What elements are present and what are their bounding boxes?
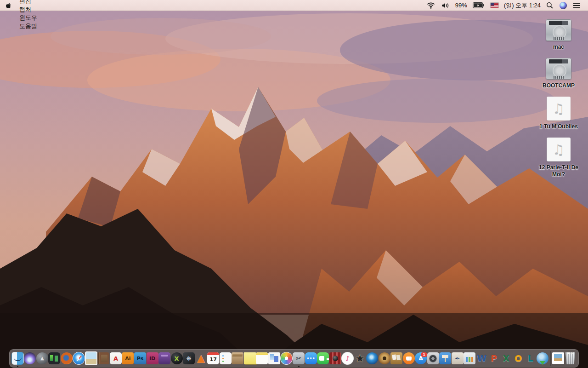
menu-item-3[interactable]: 캡처 <box>15 6 49 14</box>
dock-icon-reminders[interactable] <box>219 349 232 368</box>
photoshop-icon: Ps <box>134 352 146 364</box>
powerpoint-icon: P <box>488 352 500 364</box>
indesign-icon: ID <box>147 352 158 364</box>
dock-icon-grab-screen-capture[interactable]: ✂ <box>293 349 305 368</box>
trash-icon <box>565 352 577 364</box>
volume-icon[interactable] <box>438 0 453 11</box>
dock-icon-system-preferences[interactable] <box>427 349 439 368</box>
dock-icon-scrapbook-app[interactable] <box>390 349 403 368</box>
dock-icon-app-store[interactable]: A1 <box>415 349 427 368</box>
dock-icon-pages[interactable]: ✒ <box>451 349 464 368</box>
preview-icon <box>85 351 97 365</box>
download-globe-icon <box>537 352 548 364</box>
dock-icon-illustrator[interactable]: Ai <box>122 349 134 368</box>
excel-icon: X <box>500 352 512 364</box>
dock-icon-finder[interactable] <box>11 349 24 368</box>
dock-icon-device-manager[interactable] <box>48 349 61 368</box>
dock-icon-facetime[interactable] <box>317 349 329 368</box>
contacts-icon <box>97 352 109 364</box>
dock-icon-garageband[interactable] <box>378 349 390 368</box>
desktop-icon-mac[interactable]: mac <box>535 19 582 51</box>
dock-icon-imovie[interactable]: ★ <box>354 349 366 368</box>
scrapbook-app-icon <box>390 352 402 364</box>
notification-center-icon[interactable] <box>570 0 583 11</box>
stickies-icon <box>244 352 256 364</box>
apple-menu[interactable] <box>5 0 15 11</box>
illustrator-icon: Ai <box>122 352 134 364</box>
menu-item-4[interactable]: 윈도우 <box>15 14 49 22</box>
dock-icon-disk-fan-app[interactable]: ❋ <box>183 349 195 368</box>
desktop-icons: macBOOTCAMP♫1 Tu M'Oublies♫12 Parle-T-Il… <box>535 19 582 185</box>
dock-icon-acrobat-reader[interactable]: A <box>110 349 122 368</box>
dock-icon-templates-app[interactable] <box>268 349 281 368</box>
safari-icon <box>73 352 85 365</box>
dock-icon-indesign[interactable]: ID <box>146 349 158 368</box>
dock-icon-photos[interactable] <box>280 349 293 368</box>
dock-icon-launchpad[interactable]: ▲ <box>36 349 49 368</box>
dock-icon-word[interactable]: W <box>476 349 488 368</box>
numbers-icon <box>464 352 475 364</box>
menu-bar: 화면 캡처파일편집캡처윈도우도움말 99% <box>0 0 588 11</box>
dock-icon-notes[interactable] <box>256 349 268 368</box>
desktop-icon-bootcamp[interactable]: BOOTCAMP <box>535 58 582 89</box>
input-source-flag-icon[interactable] <box>487 0 502 11</box>
dock-icon-contacts[interactable] <box>97 349 110 368</box>
dock-icon-green-x-app[interactable]: X <box>170 349 183 368</box>
image-document-icon <box>552 352 564 364</box>
app-store-icon: A1 <box>415 352 427 364</box>
toast-icon <box>158 352 170 364</box>
device-manager-icon <box>48 352 60 364</box>
sierra-wallpaper <box>0 11 588 368</box>
dock-icon-keynote[interactable] <box>439 349 452 368</box>
dock-icon-dvd-player[interactable] <box>366 349 379 368</box>
dock-icon-excel[interactable]: X <box>500 349 513 368</box>
spotlight-search-icon[interactable] <box>543 0 556 11</box>
dock-icon-vlc[interactable]: ▲ <box>195 349 207 368</box>
dock-icon-outlook[interactable]: O <box>512 349 525 368</box>
dock-icon-trash[interactable] <box>564 349 577 368</box>
facetime-icon <box>317 352 329 364</box>
menu-item-5[interactable]: 도움말 <box>15 22 49 30</box>
dock-icon-numbers[interactable] <box>464 349 476 368</box>
photo-booth-icon <box>329 352 341 364</box>
running-indicator <box>298 366 300 367</box>
dock-icon-safari[interactable] <box>73 349 85 368</box>
siri-menu-icon[interactable] <box>556 0 570 11</box>
wifi-icon[interactable] <box>424 0 438 11</box>
battery-charging-icon[interactable] <box>469 0 487 11</box>
green-x-app-icon: X <box>171 352 183 364</box>
dock-icon-itunes[interactable]: ♪ <box>341 349 354 368</box>
desktop-icon-parle-t-il-de-moi[interactable]: ♫12 Parle-T-Il De Moi? <box>535 138 582 178</box>
dock-icon-ibooks[interactable] <box>402 349 415 368</box>
menu-items: 화면 캡처파일편집캡처윈도우도움말 <box>15 0 49 30</box>
dock-icon-calendar[interactable]: 17 <box>207 349 220 368</box>
reminders-icon <box>220 352 232 364</box>
desktop-icon-tu-moublies[interactable]: ♫1 Tu M'Oublies <box>535 97 582 130</box>
dock-icon-unarchiver[interactable] <box>232 349 244 368</box>
desktop-screen: 화면 캡처파일편집캡처윈도우도움말 99% <box>0 0 588 368</box>
dock-icon-photoshop[interactable]: Ps <box>134 349 147 368</box>
photos-icon <box>280 352 293 365</box>
dock-icon-powerpoint[interactable]: P <box>488 349 500 368</box>
dock-icon-preview[interactable] <box>85 349 97 368</box>
launchpad-icon: ▲ <box>36 352 48 364</box>
dock-icon-firefox[interactable] <box>61 349 73 368</box>
messages-icon: ••• <box>305 352 317 364</box>
unarchiver-icon <box>232 352 243 364</box>
dock-icon-photo-booth[interactable] <box>329 349 342 368</box>
lync-icon: L <box>525 352 537 364</box>
keynote-icon <box>439 352 451 364</box>
menu-item-2[interactable]: 편집 <box>15 0 49 6</box>
desktop-icon-label: 1 Tu M'Oublies <box>539 123 578 130</box>
acrobat-reader-icon: A <box>110 352 122 364</box>
hard-drive-icon <box>546 19 571 41</box>
dock-icon-messages[interactable]: ••• <box>305 349 317 368</box>
dock-icon-toast[interactable] <box>158 349 171 368</box>
notes-icon <box>256 352 268 364</box>
menu-bar-clock[interactable]: (일) 오후 1:24 <box>502 1 543 10</box>
dock-icon-siri[interactable] <box>24 349 36 368</box>
dock-icon-stickies[interactable] <box>244 349 256 368</box>
dock-icon-lync[interactable]: L <box>525 349 537 368</box>
dock-icon-image-document[interactable] <box>552 349 565 368</box>
dock-icon-download-globe[interactable] <box>537 349 549 368</box>
